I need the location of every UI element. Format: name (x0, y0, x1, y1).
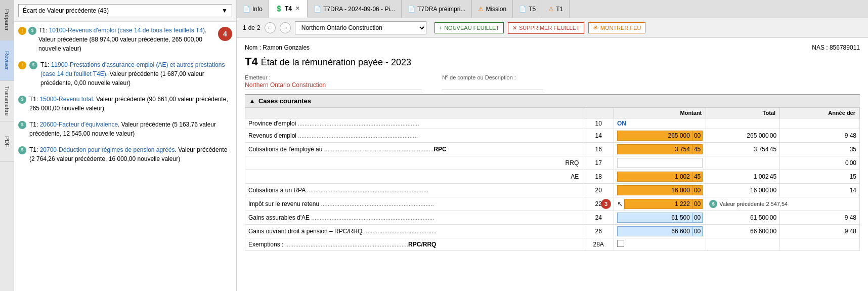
tab-bar: 📄 Info 💲 T4 ✕ 📄 T7DRA - 2024-09-06 - Pi.… (237, 0, 868, 18)
table-row: Province d'emploi ......................… (245, 118, 860, 129)
row-annee-exemptions (780, 238, 860, 251)
row-label-ae: AE (245, 170, 583, 184)
x-icon: ✕ (512, 25, 517, 31)
change-link-1[interactable]: 10100-Revenus d'emploi (case 14 de tous … (49, 27, 205, 34)
row-case-num-exemptions: 28A (583, 238, 614, 251)
montant-gains-ae-input[interactable] (617, 213, 692, 223)
sidebar-item-pdf[interactable]: PDF (0, 121, 14, 162)
table-row: Impôt sur le revenu retenu .............… (245, 197, 860, 211)
emetteur-value[interactable]: Northern Ontario Construction (245, 81, 422, 90)
tab-t5[interactable]: 📄 T5 (513, 0, 542, 18)
valeur-precedente-tag: $ Valeur précédente 2 547,54 (709, 200, 856, 208)
sidebar-nav: Préparer Réviser Transmettre PDF (0, 0, 14, 291)
change-item-2: ! $ T1: 11900-Prestations d'assurance-em… (18, 60, 232, 88)
supprimer-feuillet-label: SUPPRIMER FEUILLET (519, 25, 580, 31)
tab-close-t4[interactable]: ✕ (294, 5, 301, 12)
montant-gains-pension-input[interactable] (617, 226, 692, 236)
row-annee-ae: 15 (780, 170, 860, 184)
row-montant-rpa[interactable]: 00 (614, 184, 706, 197)
tab-t1[interactable]: ⚠ T1 (542, 0, 570, 18)
row-total-revenus: 265 00000 (706, 129, 780, 143)
change-link-4[interactable]: 20600-Facteur d'équivalence (40, 121, 118, 128)
nom-label: Nom : (245, 44, 261, 51)
tab-mission[interactable]: ⚠ Mission (472, 0, 513, 18)
dollar-icon-5: $ (18, 146, 26, 154)
cases-table: Montant Total Année der Province d'emplo… (245, 107, 860, 251)
montant-revenus-cents: 00 (692, 131, 703, 141)
table-row: Cotisations à un RPA ...................… (245, 184, 860, 197)
row-total-gains-ae: 61 50000 (706, 211, 780, 225)
montant-rpa-cents: 00 (692, 185, 703, 195)
province-value: ON (617, 120, 626, 127)
row-montant-impot[interactable]: 3 ↖ 00 (614, 197, 706, 211)
row-montant-province[interactable]: ON (614, 118, 706, 129)
row-montant-gains-pension[interactable]: 00 (614, 225, 706, 238)
montant-rrq-input[interactable] (617, 158, 703, 168)
sidebar-item-reviser[interactable]: Réviser (0, 40, 14, 81)
nouveau-feuillet-button[interactable]: + NOUVEAU FEUILLET (435, 22, 504, 33)
form-title: T4 État de la rémunération payée - 2023 (245, 55, 860, 68)
sidebar-item-preparer[interactable]: Préparer (0, 0, 14, 40)
dollar-icon-4: $ (18, 121, 26, 129)
row-montant-gains-ae[interactable]: 00 (614, 211, 706, 225)
tab-label-t4: T4 (285, 5, 292, 12)
montant-cotisations-input[interactable] (617, 144, 692, 154)
nas-label: NAS : (812, 44, 828, 51)
doc-icon-t7dra: 📄 (314, 6, 321, 13)
tab-info[interactable]: 📄 Info (237, 0, 269, 18)
row-label-gains-pension: Gains ouvrant droit à pension – RPC/RRQ … (245, 225, 583, 238)
row-case-num-cotisations: 16 (583, 143, 614, 156)
col-header-num (583, 108, 614, 118)
page-prev-button[interactable]: ← (265, 22, 276, 33)
page-nav: 1 de 2 (243, 24, 261, 31)
tab-label-info: Info (252, 6, 263, 13)
page-next-button[interactable]: → (280, 22, 291, 33)
row-total-impot: $ Valeur précédente 2 547,54 (706, 197, 860, 211)
table-row: RRQ 17 000 (245, 156, 860, 170)
tab-t7dra-preimp[interactable]: 📄 T7DRA préimpri... (402, 0, 472, 18)
dollar-icon-2: $ (29, 61, 37, 69)
montant-impot-input[interactable] (624, 199, 692, 209)
row-montant-cotisations[interactable]: 45 (614, 143, 706, 156)
montrer-feuillet-button[interactable]: 👁 MONTRER FEU (588, 22, 646, 33)
ecart-valeur-dropdown[interactable]: Écart de Valeur précédente (43) (18, 4, 232, 17)
section-title: Cases courantes (258, 97, 311, 105)
tab-t7dra[interactable]: 📄 T7DRA - 2024-09-06 - Pi... (308, 0, 402, 18)
montant-ae-input[interactable] (617, 172, 692, 182)
numero-compte-value[interactable] (442, 81, 543, 90)
tab-t4[interactable]: 💲 T4 ✕ (269, 0, 308, 18)
montant-cotisations-cents: 45 (692, 144, 703, 154)
row-montant-revenus[interactable]: 00 (614, 129, 706, 143)
row-total-rpa: 16 00000 (706, 184, 780, 197)
page-total: 2 (257, 24, 261, 31)
row-annee-gains-ae: 9 48 (780, 211, 860, 225)
change-item-5: $ T1: 20700-Déduction pour régimes de pe… (18, 145, 232, 163)
change-link-5[interactable]: 20700-Déduction pour régimes de pension … (40, 146, 175, 153)
exemptions-checkbox[interactable] (617, 240, 624, 247)
montant-revenus-input[interactable] (617, 131, 692, 141)
change-text-2: T1: 11900-Prestations d'assurance-emploi… (40, 60, 232, 88)
emetteur-field: Émetteur : Northern Ontario Construction (245, 74, 422, 90)
row-case-num-gains-ae: 24 (583, 211, 614, 225)
left-panel-header: Écart de Valeur précédente (43) Écart de… (14, 0, 236, 22)
montant-rpa-input[interactable] (617, 185, 692, 195)
table-row: AE 18 45 1 00245 15 (245, 170, 860, 184)
doc-icon-t7dra-preimp: 📄 (408, 6, 415, 13)
sidebar-item-transmettre[interactable]: Transmettre (0, 81, 14, 121)
row-label-rpa: Cotisations à un RPA ...................… (245, 184, 583, 197)
employer-select[interactable]: Northern Ontario Construction (295, 21, 426, 34)
row-montant-rrq[interactable] (614, 156, 706, 170)
row-montant-ae[interactable]: 45 (614, 170, 706, 184)
row-total-rrq (706, 156, 780, 170)
row-annee-rrq: 000 (780, 156, 860, 170)
sidebar-label-reviser: Réviser (4, 51, 10, 70)
exclamation-icon-1: ! (18, 27, 26, 35)
row-montant-exemptions[interactable] (614, 238, 706, 251)
change-link-3[interactable]: 15000-Revenu total (40, 96, 93, 103)
sidebar-label-transmettre: Transmettre (4, 86, 10, 116)
supprimer-feuillet-button[interactable]: ✕ SUPPRIMER FEUILLET (508, 22, 584, 34)
row-label-revenus: Revenus d'emploi .......................… (245, 129, 583, 143)
doc-icon-info: 📄 (243, 6, 250, 13)
warning-doc-icon-mission: ⚠ (478, 6, 484, 13)
row-total-ae: 1 00245 (706, 170, 780, 184)
